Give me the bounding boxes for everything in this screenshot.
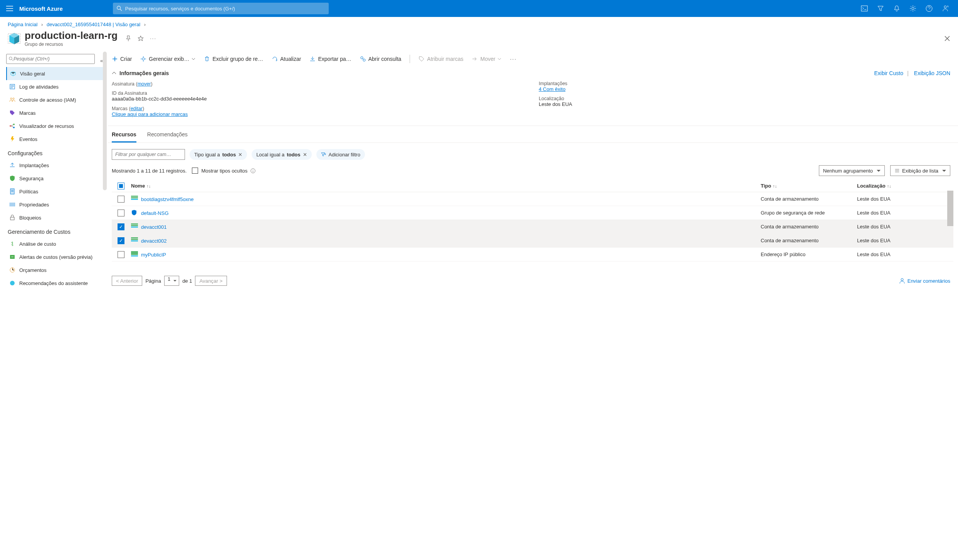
cloud-shell-icon[interactable] — [861, 5, 868, 12]
add-filter-button[interactable]: Adicionar filtro — [316, 149, 365, 160]
table-row[interactable]: ✓devacct002Conta de armazenamentoLeste d… — [112, 234, 953, 248]
sidebar-search[interactable] — [6, 54, 95, 64]
sidebar-item-locks[interactable]: Bloqueios — [6, 211, 104, 224]
resource-link[interactable]: bootdiagstzv4fmlf5oxne — [141, 196, 194, 202]
more-icon[interactable]: ··· — [150, 35, 156, 41]
grouping-dropdown[interactable]: Nenhum agrupamento — [819, 165, 885, 176]
move-subscription-link[interactable]: mover — [138, 81, 151, 87]
filter-input[interactable] — [112, 149, 185, 160]
sidebar-item-resource-visualizer[interactable]: Visualizador de recursos — [6, 119, 104, 132]
table-row[interactable]: bootdiagstzv4fmlf5oxneConta de armazenam… — [112, 192, 953, 206]
table-scrollbar[interactable] — [947, 191, 953, 226]
view-dropdown[interactable]: Exibição de lista — [890, 165, 950, 176]
row-checkbox[interactable]: ✓ — [118, 223, 124, 230]
next-page-button[interactable]: Avançar > — [195, 276, 227, 286]
more-icon[interactable]: ··· — [510, 56, 517, 62]
close-icon[interactable]: ✕ — [238, 152, 242, 158]
feedback-icon[interactable] — [942, 5, 949, 12]
close-blade-button[interactable] — [944, 35, 950, 42]
svg-rect-30 — [131, 240, 138, 241]
sidebar-item-overview[interactable]: Visão geral — [6, 67, 104, 80]
tag-icon — [418, 56, 425, 62]
pager: < Anterior Página 1 de 1 Avançar > Envia… — [108, 272, 958, 290]
chevron-down-icon — [192, 57, 195, 61]
select-all-checkbox[interactable] — [118, 183, 124, 189]
sidebar-item-cost-alerts[interactable]: Alertas de custos (versão prévia) — [6, 250, 104, 263]
row-checkbox[interactable] — [118, 251, 124, 258]
info-icon[interactable] — [250, 168, 255, 173]
deployments-link[interactable]: 4 Com êxito — [539, 86, 565, 92]
breadcrumb-path[interactable]: devacct002_1659554017448 | Visão geral — [47, 22, 140, 27]
svg-rect-27 — [131, 226, 138, 228]
col-loc-header[interactable]: Localização↑↓ — [857, 183, 953, 189]
col-name-header[interactable]: Nome↑↓ — [130, 183, 761, 189]
close-icon[interactable]: ✕ — [303, 152, 307, 158]
cmd-open-query[interactable]: Abrir consulta — [360, 56, 402, 62]
sidebar-item-activity-log[interactable]: Log de atividades — [6, 80, 104, 93]
sidebar-item-iam[interactable]: Controle de acesso (IAM) — [6, 93, 104, 106]
sidebar-item-advisor[interactable]: Recomendações do assistente — [6, 277, 104, 290]
table-row[interactable]: myPublicIPEndereço IP públicoLeste dos E… — [112, 248, 953, 262]
sidebar-item-events[interactable]: Eventos — [6, 132, 104, 146]
json-view-link[interactable]: Exibição JSON — [914, 70, 950, 76]
resource-icon — [131, 196, 138, 201]
notifications-icon[interactable] — [893, 5, 900, 12]
star-icon[interactable] — [138, 35, 144, 42]
pin-icon[interactable] — [125, 35, 131, 42]
cmd-assign-tags[interactable]: Atribuir marcas — [418, 56, 463, 62]
show-hidden-checkbox[interactable]: Mostrar tipos ocultos — [192, 168, 255, 174]
breadcrumb-home[interactable]: Página Inicial — [8, 22, 37, 27]
add-tags-link[interactable]: Clique aqui para adicionar marcas — [112, 111, 188, 117]
row-checkbox[interactable] — [118, 196, 124, 203]
sidebar-item-cost-analysis[interactable]: Análise de custo — [6, 237, 104, 250]
table-row[interactable]: default-NSGGrupo de segurança de redeLes… — [112, 206, 953, 220]
prev-page-button[interactable]: < Anterior — [112, 276, 142, 286]
sidebar-item-security[interactable]: Segurança — [6, 172, 104, 185]
filter-add-icon — [321, 152, 326, 157]
filter-pill-type[interactable]: Tipo igual a todos ✕ — [190, 149, 247, 160]
sidebar-item-policies[interactable]: Políticas — [6, 185, 104, 198]
resource-link[interactable]: devacct002 — [141, 238, 167, 244]
shield-icon — [9, 175, 15, 181]
help-icon[interactable] — [926, 5, 933, 12]
page-select[interactable]: 1 — [164, 276, 179, 286]
filter-icon[interactable] — [877, 5, 884, 12]
row-checkbox[interactable] — [118, 210, 124, 216]
cmd-create[interactable]: Criar — [112, 56, 132, 62]
table-header: Nome↑↓ Tipo↑↓ Localização↑↓ — [112, 180, 953, 192]
tab-resources[interactable]: Recursos — [112, 131, 136, 143]
resource-link[interactable]: default-NSG — [141, 210, 169, 216]
settings-icon[interactable] — [909, 5, 916, 12]
brand[interactable]: Microsoft Azure — [19, 5, 86, 12]
view-cost-link[interactable]: Exibir Custo — [874, 70, 903, 76]
list-icon — [894, 168, 900, 173]
cmd-export[interactable]: Exportar pa… — [309, 56, 351, 62]
resource-link[interactable]: devacct001 — [141, 224, 167, 230]
sidebar-item-deployments[interactable]: Implantações — [6, 159, 104, 172]
sidebar-item-properties[interactable]: Propriedades — [6, 198, 104, 211]
cmd-manage-view[interactable]: Gerenciar exib… — [140, 56, 195, 62]
sidebar-item-tags[interactable]: Marcas — [6, 106, 104, 119]
sidebar-search-input[interactable] — [13, 56, 92, 62]
global-search[interactable] — [113, 3, 329, 14]
sidebar-item-budgets[interactable]: Orçamentos — [6, 263, 104, 277]
cmd-move[interactable]: Mover — [472, 56, 501, 62]
table-row[interactable]: ✓devacct001Conta de armazenamentoLeste d… — [112, 220, 953, 234]
topbar: Microsoft Azure — [0, 0, 958, 17]
resource-link[interactable]: myPublicIP — [141, 252, 166, 258]
global-search-input[interactable] — [125, 6, 325, 12]
cmd-refresh[interactable]: Atualizar — [272, 56, 301, 62]
send-feedback-link[interactable]: Enviar comentários — [899, 278, 950, 284]
edit-tags-link[interactable]: editar — [131, 106, 143, 111]
cmd-delete-rg[interactable]: Excluir grupo de re… — [204, 56, 263, 62]
sidebar-scrollbar[interactable] — [103, 52, 107, 190]
subscription-label: Assinatura (mover) — [112, 81, 153, 87]
resource-type: Conta de armazenamento — [761, 196, 857, 202]
essentials-header[interactable]: Informações gerais Exibir Custo | Exibiç… — [108, 67, 958, 79]
filter-pill-location[interactable]: Local igual a todos ✕ — [252, 149, 311, 160]
command-bar: Criar Gerenciar exib… Excluir grupo de r… — [108, 52, 958, 67]
hamburger-menu[interactable] — [0, 6, 19, 11]
tab-recommendations[interactable]: Recomendações — [147, 131, 188, 143]
row-checkbox[interactable]: ✓ — [118, 237, 124, 244]
col-type-header[interactable]: Tipo↑↓ — [761, 183, 857, 189]
